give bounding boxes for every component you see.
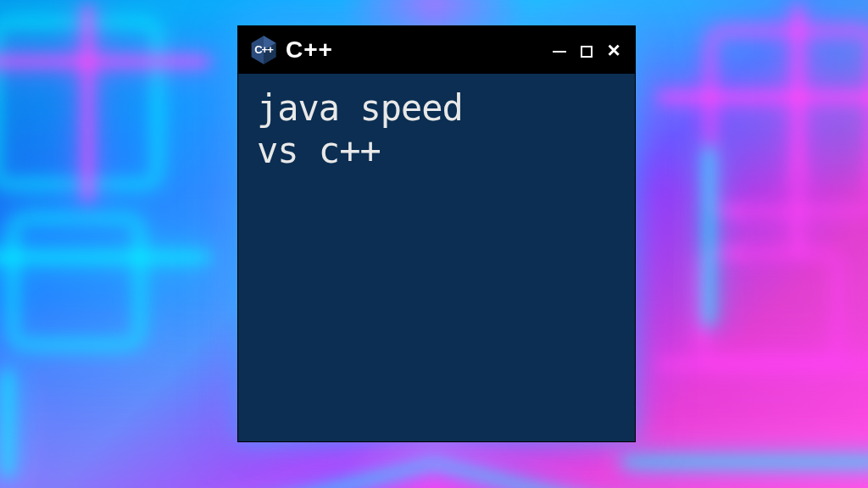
terminal-window: C++ C++ × java speed vs c++ bbox=[237, 25, 636, 442]
minimize-icon bbox=[553, 51, 566, 53]
terminal-content: java speed vs c++ bbox=[238, 74, 635, 441]
titlebar[interactable]: C++ C++ × bbox=[238, 26, 635, 74]
cpp-logo-icon: C++ bbox=[250, 35, 277, 65]
content-line-2: vs c++ bbox=[257, 130, 381, 171]
close-icon: × bbox=[607, 37, 620, 63]
content-line-1: java speed bbox=[257, 87, 463, 129]
minimize-button[interactable] bbox=[550, 40, 569, 60]
cpp-logo-text: C++ bbox=[254, 43, 273, 56]
maximize-icon bbox=[581, 46, 593, 58]
window-controls: × bbox=[550, 39, 623, 61]
window-title: C++ bbox=[286, 36, 542, 64]
maximize-button[interactable] bbox=[577, 40, 596, 60]
close-button[interactable]: × bbox=[604, 39, 623, 61]
